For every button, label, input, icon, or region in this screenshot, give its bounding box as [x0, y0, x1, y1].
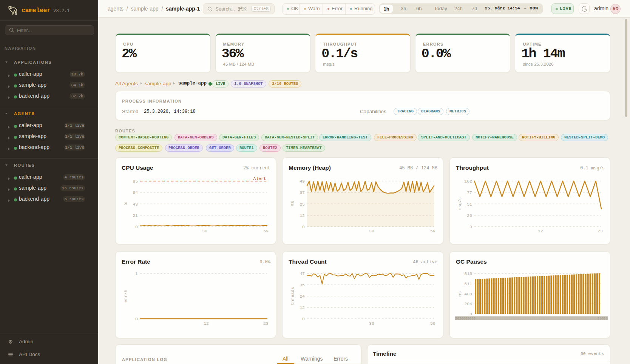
svg-text:408: 408 — [464, 292, 472, 296]
svg-text:47: 47 — [300, 271, 305, 276]
svg-text:12: 12 — [538, 229, 543, 233]
svg-text:24: 24 — [300, 294, 305, 299]
svg-text:ms: ms — [457, 291, 462, 296]
svg-text:64: 64 — [133, 190, 138, 195]
svg-text:Thread Count: Thread Count — [289, 258, 327, 265]
svg-text:0: 0 — [469, 224, 472, 229]
svg-text:0: 0 — [469, 312, 472, 316]
svg-text:85: 85 — [133, 179, 138, 184]
svg-text:77: 77 — [467, 190, 472, 195]
svg-text:45 MB / 124 MB: 45 MB / 124 MB — [399, 166, 437, 171]
svg-text:Memory (Heap): Memory (Heap) — [289, 164, 331, 171]
svg-text:%: % — [123, 202, 128, 205]
svg-text:49: 49 — [300, 179, 305, 184]
svg-text:Error Rate: Error Rate — [122, 258, 150, 265]
svg-text:0: 0 — [302, 224, 305, 229]
svg-text:12: 12 — [300, 305, 305, 310]
svg-text:12: 12 — [300, 213, 305, 218]
svg-text:Alert: Alert — [253, 176, 266, 181]
svg-text:51: 51 — [467, 202, 472, 207]
svg-text:102: 102 — [464, 179, 472, 184]
svg-text:46 active: 46 active — [413, 260, 437, 265]
svg-text:000000000000000000000000000000: 0000000000000000000000000000000000000000… — [457, 317, 605, 321]
svg-text:CPU Usage: CPU Usage — [122, 164, 153, 171]
svg-text:0.0%: 0.0% — [259, 260, 271, 265]
svg-text:2020000000: 2020000000 — [455, 317, 476, 321]
svg-text:30: 30 — [369, 229, 374, 233]
svg-text:26: 26 — [467, 213, 472, 218]
svg-text:23: 23 — [598, 229, 603, 233]
svg-text:err/h: err/h — [123, 290, 128, 303]
svg-text:msg/s: msg/s — [457, 197, 462, 210]
svg-text:0: 0 — [135, 224, 138, 229]
svg-text:59: 59 — [430, 321, 435, 326]
svg-text:0: 0 — [135, 316, 138, 321]
svg-text:0: 0 — [302, 316, 305, 321]
svg-text:30: 30 — [202, 229, 207, 233]
svg-text:30: 30 — [369, 321, 374, 326]
svg-text:43: 43 — [133, 202, 138, 207]
svg-text:21: 21 — [133, 213, 138, 218]
svg-text:Throughput: Throughput — [456, 164, 489, 171]
svg-text:00000: 00000 — [598, 317, 608, 321]
svg-text:611: 611 — [464, 281, 472, 286]
svg-text:25: 25 — [300, 202, 305, 207]
svg-text:1: 1 — [135, 271, 138, 276]
svg-text:12: 12 — [204, 321, 209, 326]
svg-text:37: 37 — [300, 190, 305, 195]
svg-text:threads: threads — [290, 287, 295, 305]
svg-text:MB: MB — [290, 201, 295, 206]
svg-text:59: 59 — [430, 229, 435, 233]
svg-text:35: 35 — [300, 283, 305, 287]
svg-text:2% current: 2% current — [243, 166, 270, 171]
svg-text:204: 204 — [464, 301, 472, 306]
svg-text:0.1 msg/s: 0.1 msg/s — [580, 166, 605, 171]
svg-text:59: 59 — [263, 229, 269, 233]
svg-text:815: 815 — [464, 271, 472, 276]
svg-text:GC Pauses: GC Pauses — [456, 258, 487, 265]
svg-text:23: 23 — [263, 321, 269, 326]
